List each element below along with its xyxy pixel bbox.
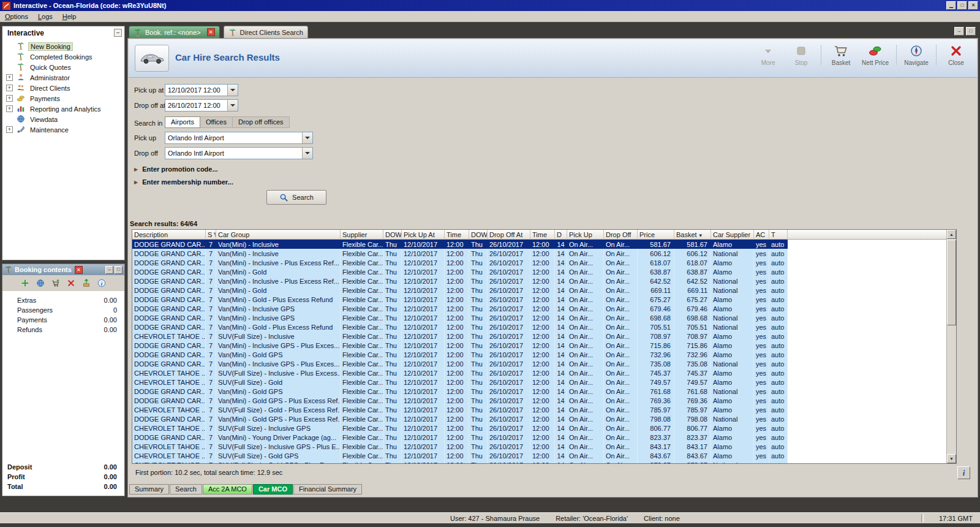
column-header-price[interactable]: Price <box>638 230 674 240</box>
dropdown-button[interactable] <box>302 148 312 159</box>
close-button[interactable]: Close <box>941 42 971 67</box>
table-row[interactable]: CHEVROLET TAHOE ...7SUV(Full Size) - Inc… <box>132 423 946 433</box>
pickup-at-combo[interactable]: 12/10/2017 12:00 <box>165 84 238 96</box>
menu-item-logs[interactable]: Logs <box>33 12 58 21</box>
add-icon[interactable] <box>19 277 31 289</box>
pickup-combo[interactable]: Orlando Intl Airport <box>165 132 313 144</box>
table-row[interactable]: DODGE GRAND CAR...7Van(Mini) - Gold GPS … <box>132 414 946 423</box>
column-header-t[interactable]: T <box>769 230 788 240</box>
expand-plus-icon[interactable]: + <box>6 126 13 133</box>
promotion-code-expander[interactable]: ▶ Enter promotion code... <box>134 165 218 173</box>
globe-icon[interactable] <box>34 277 47 289</box>
column-header-drop-off[interactable]: Drop Off <box>604 230 638 240</box>
column-header-pick-up[interactable]: Pick Up <box>567 230 604 240</box>
bottom-tab-search[interactable]: Search <box>170 484 202 495</box>
bottom-tab-financial-summary[interactable]: Financial Summary <box>293 484 362 495</box>
column-header-dow[interactable]: DOW <box>469 230 488 240</box>
table-row[interactable]: DODGE GRAND CAR...7Van(Mini) - GoldFlexi… <box>132 267 946 276</box>
scroll-up-button[interactable]: ▲ <box>947 230 956 239</box>
table-row[interactable]: DODGE GRAND CAR...7Van(Mini) - Inclusive… <box>132 249 946 258</box>
column-header-d[interactable]: D <box>555 230 567 240</box>
column-header-ac[interactable]: AC <box>754 230 769 240</box>
sidebar-item-maintenance[interactable]: +Maintenance <box>2 124 124 135</box>
table-row[interactable]: DODGE GRAND CAR...7Van(Mini) - Inclusive… <box>132 304 946 313</box>
booking-close-icon[interactable]: ✕ <box>75 266 83 274</box>
column-header-pick-up-at[interactable]: Pick Up At <box>402 230 445 240</box>
expand-plus-icon[interactable]: + <box>6 105 13 112</box>
booking-item-refunds[interactable]: Refunds0.00 <box>2 325 124 335</box>
table-row[interactable]: DODGE GRAND CAR...7Van(Mini) - Gold GPS … <box>132 396 946 405</box>
dropoff-at-combo[interactable]: 26/10/2017 12:00 <box>165 99 238 112</box>
column-header-dow[interactable]: DOW <box>383 230 402 240</box>
doc-tab-direct-clients-search[interactable]: Direct Clients Search <box>224 26 308 38</box>
table-row[interactable]: CHEVROLET TAHOE ...7SUV(Full Size) - Gol… <box>132 377 946 387</box>
column-header-basket[interactable]: Basket▼ <box>674 230 711 240</box>
sidebar-item-direct-clients[interactable]: +Direct Clients <box>2 83 124 93</box>
sidebar-item-completed-bookings[interactable]: +Completed Bookings <box>2 51 124 62</box>
tab-close-icon[interactable]: ✕ <box>207 28 215 36</box>
column-header-supplier[interactable]: Supplier <box>341 230 383 240</box>
table-row[interactable]: DODGE GRAND CAR...7Van(Mini) - Inclusive… <box>132 313 946 322</box>
basket-button[interactable]: Basket <box>826 42 856 67</box>
dropdown-button[interactable] <box>227 100 238 111</box>
info-button[interactable]: i <box>957 466 970 479</box>
table-row[interactable]: DODGE GRAND CAR...7Van(Mini) - Gold - Pl… <box>132 295 946 304</box>
table-row[interactable]: CHEVROLET TAHOE ...7SUV(Full Size) - Gol… <box>132 405 946 414</box>
booking-item-payments[interactable]: Payments0.00 <box>2 316 124 325</box>
table-row[interactable]: CHEVROLET TAHOE ...7SUV(Full Size) - Gol… <box>132 451 946 460</box>
expand-plus-icon[interactable]: + <box>6 74 13 81</box>
dropdown-button[interactable] <box>302 132 312 143</box>
column-header-description[interactable]: Description <box>132 230 206 240</box>
booking-restore-button[interactable]: □ <box>115 266 123 274</box>
column-header-car-group[interactable]: Car Group <box>216 230 341 240</box>
column-header-drop-off-at[interactable]: Drop Off At <box>488 230 530 240</box>
sidebar-item-viewdata[interactable]: +Viewdata <box>2 114 124 124</box>
doc-tab-book-ref-none[interactable]: Book. ref.: <none>✕ <box>129 26 220 38</box>
column-header-time[interactable]: Time <box>530 230 555 240</box>
scroll-down-button[interactable]: ▼ <box>947 454 956 463</box>
table-row[interactable]: DODGE GRAND CAR...7Van(Mini) - Young Dri… <box>132 433 946 442</box>
expand-plus-icon[interactable]: + <box>6 85 13 91</box>
table-row[interactable]: CHEVROLET TAHOE ...7SUV(Full Size) - Gol… <box>132 460 946 464</box>
menu-item-options[interactable]: Options <box>0 12 33 21</box>
booking-minimize-button[interactable]: – <box>105 266 113 274</box>
sidebar-item-payments[interactable]: +Payments <box>2 93 124 104</box>
bottom-tab-acc-2a-mco[interactable]: Acc 2A MCO <box>203 484 252 495</box>
search-in-tab-drop-off-offices[interactable]: Drop off offices <box>232 116 290 128</box>
minimize-button[interactable]: ▁ <box>946 1 956 10</box>
column-header-time[interactable]: Time <box>445 230 469 240</box>
table-row[interactable]: DODGE GRAND CAR...7Van(Mini) - GoldFlexi… <box>132 286 946 295</box>
table-row[interactable]: DODGE GRAND CAR...7Van(Mini) - Inclusive… <box>132 240 946 249</box>
dropoff-combo[interactable]: Orlando Intl Airport <box>165 147 313 159</box>
table-row[interactable]: DODGE GRAND CAR...7Van(Mini) - Inclusive… <box>132 258 946 267</box>
table-row[interactable]: DODGE GRAND CAR...7Van(Mini) - Inclusive… <box>132 341 946 350</box>
delete-icon[interactable] <box>65 277 77 289</box>
sidebar-collapse-button[interactable]: – <box>114 29 122 37</box>
table-row[interactable]: DODGE GRAND CAR...7Van(Mini) - Gold GPSF… <box>132 387 946 396</box>
navigate-button[interactable]: Navigate <box>902 42 931 67</box>
booking-item-extras[interactable]: Extras0.00 <box>2 296 124 306</box>
info-icon[interactable]: i <box>96 277 108 289</box>
nett-price-button[interactable]: Nett Price <box>859 42 891 67</box>
bottom-tab-car-mco[interactable]: Car MCO <box>253 484 293 495</box>
booking-item-passengers[interactable]: Passengers0 <box>2 306 124 316</box>
sidebar-item-quick-quotes[interactable]: +Quick Quotes <box>2 62 124 72</box>
expand-plus-icon[interactable]: + <box>6 95 13 102</box>
column-header-car-supplier[interactable]: Car Supplier <box>711 230 754 240</box>
table-row[interactable]: CHEVROLET TAHOE ...7SUV(Full Size) - Inc… <box>132 368 946 377</box>
column-header-s[interactable]: S <box>206 230 216 240</box>
table-row[interactable]: CHEVROLET TAHOE ...7SUV(Full Size) - Inc… <box>132 332 946 341</box>
document-restore-button[interactable]: □ <box>966 27 976 36</box>
maximize-button[interactable]: □ <box>957 1 967 10</box>
table-row[interactable]: DODGE GRAND CAR...7Van(Mini) - Inclusive… <box>132 276 946 286</box>
close-window-button[interactable]: ✕ <box>968 1 978 10</box>
table-row[interactable]: DODGE GRAND CAR...7Van(Mini) - Inclusive… <box>132 359 946 368</box>
document-minimize-button[interactable]: – <box>954 27 964 36</box>
table-row[interactable]: DODGE GRAND CAR...7Van(Mini) - Gold - Pl… <box>132 322 946 332</box>
table-row[interactable]: DODGE GRAND CAR...7Van(Mini) - Gold GPSF… <box>132 350 946 359</box>
export-icon[interactable] <box>80 277 92 289</box>
sidebar-item-new-booking[interactable]: +New Booking <box>2 41 124 51</box>
menu-item-help[interactable]: Help <box>58 12 81 21</box>
bottom-tab-summary[interactable]: Summary <box>129 484 169 495</box>
table-row[interactable]: CHEVROLET TAHOE ...7SUV(Full Size) - Inc… <box>132 442 946 451</box>
